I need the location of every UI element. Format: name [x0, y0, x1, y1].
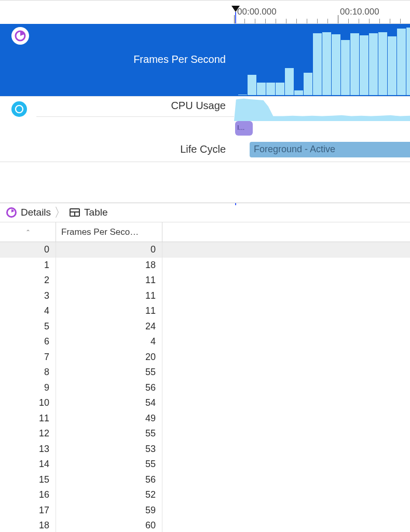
fps-bar [257, 83, 266, 95]
track-cpu[interactable]: CPU Usage [0, 96, 410, 121]
track-cpu-title: CPU Usage [171, 100, 226, 112]
fps-pie-icon [11, 27, 29, 45]
fps-bar [341, 40, 350, 95]
life-phase-initializing[interactable]: I... [235, 121, 253, 136]
cell-index: 14 [0, 457, 56, 472]
table-row[interactable]: 1353 [0, 442, 410, 457]
svg-point-1 [16, 105, 23, 113]
table-row[interactable]: 64 [0, 334, 410, 350]
life-phase-foreground[interactable]: Foreground - Active [250, 142, 410, 157]
cell-fps: 55 [56, 426, 162, 442]
track-fps[interactable]: Frames Per Second [0, 24, 410, 96]
cell-fps: 54 [56, 395, 162, 411]
track-life-cycle[interactable]: Life Cycle I... Foreground - Active [0, 121, 410, 162]
cell-fps: 11 [56, 273, 162, 288]
table-row[interactable]: 956 [0, 380, 410, 396]
fps-bar [304, 73, 312, 95]
cell-index: 0 [0, 242, 56, 258]
table-col-fps[interactable]: Frames Per Seco… [56, 222, 162, 242]
fps-bar [397, 29, 406, 95]
sort-asc-icon: ⌃ [25, 229, 31, 236]
table-col-index[interactable]: ⌃ [0, 222, 56, 242]
table-row[interactable]: 1652 [0, 487, 410, 503]
table-row[interactable]: 855 [0, 365, 410, 380]
cell-index: 1 [0, 258, 56, 273]
ruler-ticks: 00:00.000 00:10.000 [234, 6, 410, 24]
cell-index: 11 [0, 411, 56, 427]
fps-bar [388, 36, 397, 95]
cell-fps: 55 [56, 457, 162, 472]
fps-bar [248, 75, 256, 95]
cell-index: 4 [0, 303, 56, 319]
cell-index: 15 [0, 472, 56, 488]
fps-bar [332, 34, 340, 95]
fps-bar [238, 95, 247, 95]
cell-fps: 52 [56, 487, 162, 503]
details-pie-icon [6, 207, 17, 218]
fps-chart[interactable] [234, 24, 410, 95]
cell-fps: 53 [56, 442, 162, 457]
table-row[interactable]: 411 [0, 303, 410, 319]
cell-fps: 60 [56, 518, 162, 532]
table-row[interactable]: 118 [0, 258, 410, 273]
detail-pane-header: Details 〉 Table [0, 203, 410, 222]
cell-fps: 0 [56, 242, 162, 258]
cell-fps: 56 [56, 472, 162, 488]
cell-index: 8 [0, 365, 56, 380]
table-row[interactable]: 1759 [0, 503, 410, 518]
table-row[interactable]: 1556 [0, 472, 410, 488]
cpu-gauge-icon [11, 101, 27, 117]
fps-bar [285, 68, 294, 95]
breadcrumb-table[interactable]: Table [84, 207, 107, 218]
life-chart[interactable]: I... Foreground - Active [234, 121, 410, 162]
fps-bar [360, 35, 368, 95]
fps-bar [276, 83, 284, 95]
fps-bar [406, 28, 410, 95]
tracks-pane: Frames Per Second CPU Usage Life Cycle I… [0, 24, 410, 162]
cell-index: 16 [0, 487, 56, 503]
cpu-area [234, 97, 410, 121]
cell-index: 10 [0, 395, 56, 411]
table-row[interactable]: 720 [0, 350, 410, 365]
fps-bar [266, 83, 275, 95]
ruler-tick-label: 00:00.000 [237, 7, 277, 17]
cell-index: 5 [0, 319, 56, 335]
cell-fps: 55 [56, 365, 162, 380]
cell-fps: 11 [56, 303, 162, 319]
cell-fps: 24 [56, 319, 162, 335]
cell-index: 18 [0, 518, 56, 532]
table-row[interactable]: 1054 [0, 395, 410, 411]
fps-bar [369, 33, 378, 95]
ruler-tick-label: 00:10.000 [340, 7, 379, 17]
fps-bar [378, 32, 387, 95]
breadcrumb-details[interactable]: Details [21, 207, 51, 218]
table-row[interactable]: 1860 [0, 518, 410, 532]
fps-bar [313, 33, 322, 95]
cell-index: 3 [0, 288, 56, 304]
cell-fps: 11 [56, 288, 162, 304]
cell-index: 9 [0, 380, 56, 396]
table-row[interactable]: 00 [0, 242, 410, 258]
track-fps-title: Frames Per Second [133, 54, 226, 65]
table-row[interactable]: 1255 [0, 426, 410, 442]
detail-table: ⌃ Frames Per Seco… 001182113114115246472… [0, 222, 410, 532]
cell-index: 2 [0, 273, 56, 288]
cell-fps: 59 [56, 503, 162, 518]
table-icon [70, 208, 80, 217]
table-row[interactable]: 524 [0, 319, 410, 335]
cell-fps: 20 [56, 350, 162, 365]
cell-fps: 56 [56, 380, 162, 396]
table-body: 0011821131141152464720855956105411491255… [0, 242, 410, 532]
table-row[interactable]: 1149 [0, 411, 410, 427]
cell-index: 6 [0, 334, 56, 350]
cpu-chart[interactable] [234, 97, 410, 121]
fps-bar [322, 32, 331, 95]
cell-fps: 49 [56, 411, 162, 427]
table-row[interactable]: 211 [0, 273, 410, 288]
table-row[interactable]: 311 [0, 288, 410, 304]
cell-index: 17 [0, 503, 56, 518]
table-row[interactable]: 1455 [0, 457, 410, 472]
fps-bar [294, 90, 303, 95]
timeline-ruler[interactable]: 00:00.000 00:10.000 [0, 0, 410, 24]
cell-index: 7 [0, 350, 56, 365]
